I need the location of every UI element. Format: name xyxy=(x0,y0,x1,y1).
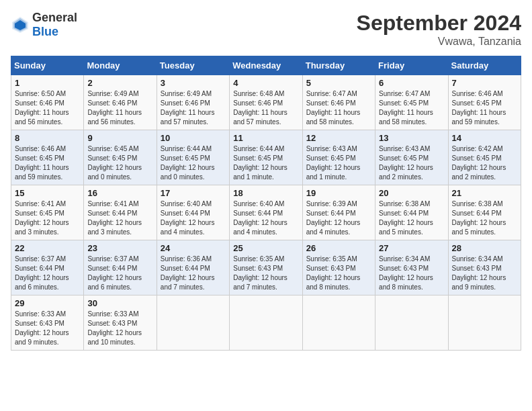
calendar-day-cell: 26Sunrise: 6:35 AMSunset: 6:43 PMDayligh… xyxy=(302,240,375,295)
day-info: Sunrise: 6:43 AMSunset: 6:45 PMDaylight:… xyxy=(379,144,444,182)
day-info: Sunrise: 6:46 AMSunset: 6:45 PMDaylight:… xyxy=(15,144,80,182)
day-number: 24 xyxy=(161,243,226,253)
day-number: 8 xyxy=(15,133,80,143)
day-info: Sunrise: 6:37 AMSunset: 6:44 PMDaylight:… xyxy=(15,255,80,292)
calendar-day-cell: 19Sunrise: 6:39 AMSunset: 6:44 PMDayligh… xyxy=(302,185,375,240)
day-number: 23 xyxy=(87,243,152,253)
header-monday: Monday xyxy=(84,56,157,75)
calendar-day-cell: 17Sunrise: 6:40 AMSunset: 6:44 PMDayligh… xyxy=(157,185,229,240)
day-number: 16 xyxy=(87,188,152,198)
day-number: 14 xyxy=(452,133,517,143)
calendar-day-cell: 20Sunrise: 6:38 AMSunset: 6:44 PMDayligh… xyxy=(375,185,448,240)
calendar-day-cell: 3Sunrise: 6:49 AMSunset: 6:46 PMDaylight… xyxy=(157,75,229,130)
day-info: Sunrise: 6:50 AMSunset: 6:46 PMDaylight:… xyxy=(15,89,80,127)
calendar-day-cell: 13Sunrise: 6:43 AMSunset: 6:45 PMDayligh… xyxy=(375,130,448,185)
day-info: Sunrise: 6:47 AMSunset: 6:45 PMDaylight:… xyxy=(379,89,444,127)
empty-cell xyxy=(302,295,375,351)
calendar-day-cell: 2Sunrise: 6:49 AMSunset: 6:46 PMDaylight… xyxy=(84,75,157,130)
day-info: Sunrise: 6:36 AMSunset: 6:44 PMDaylight:… xyxy=(161,255,226,292)
calendar-day-cell: 22Sunrise: 6:37 AMSunset: 6:44 PMDayligh… xyxy=(11,240,84,295)
day-number: 11 xyxy=(233,133,298,143)
day-info: Sunrise: 6:45 AMSunset: 6:45 PMDaylight:… xyxy=(87,144,152,182)
day-info: Sunrise: 6:34 AMSunset: 6:43 PMDaylight:… xyxy=(452,255,517,292)
logo-icon xyxy=(11,15,30,34)
header-tuesday: Tuesday xyxy=(157,56,229,75)
empty-cell xyxy=(375,295,448,351)
day-number: 19 xyxy=(306,188,371,198)
calendar-day-cell: 9Sunrise: 6:45 AMSunset: 6:45 PMDaylight… xyxy=(84,130,157,185)
calendar-day-cell: 1Sunrise: 6:50 AMSunset: 6:46 PMDaylight… xyxy=(11,75,84,130)
day-info: Sunrise: 6:47 AMSunset: 6:46 PMDaylight:… xyxy=(306,89,371,127)
calendar-day-cell: 14Sunrise: 6:42 AMSunset: 6:45 PMDayligh… xyxy=(448,130,521,185)
day-info: Sunrise: 6:37 AMSunset: 6:44 PMDaylight:… xyxy=(87,255,152,292)
day-number: 1 xyxy=(15,78,80,88)
day-number: 27 xyxy=(379,243,444,253)
day-number: 12 xyxy=(306,133,371,143)
calendar-week-row: 15Sunrise: 6:41 AMSunset: 6:45 PMDayligh… xyxy=(11,185,521,240)
day-info: Sunrise: 6:43 AMSunset: 6:45 PMDaylight:… xyxy=(306,144,371,182)
day-info: Sunrise: 6:33 AMSunset: 6:43 PMDaylight:… xyxy=(87,310,152,347)
day-number: 20 xyxy=(379,188,444,198)
day-number: 13 xyxy=(379,133,444,143)
calendar-day-cell: 30Sunrise: 6:33 AMSunset: 6:43 PMDayligh… xyxy=(84,295,157,351)
calendar-week-row: 29Sunrise: 6:33 AMSunset: 6:43 PMDayligh… xyxy=(11,295,521,351)
logo: General Blue xyxy=(11,11,77,39)
calendar-day-cell: 4Sunrise: 6:48 AMSunset: 6:46 PMDaylight… xyxy=(230,75,302,130)
day-number: 22 xyxy=(15,243,80,253)
calendar-day-cell: 12Sunrise: 6:43 AMSunset: 6:45 PMDayligh… xyxy=(302,130,375,185)
day-number: 25 xyxy=(233,243,298,253)
day-info: Sunrise: 6:49 AMSunset: 6:46 PMDaylight:… xyxy=(161,89,226,127)
calendar-day-cell: 27Sunrise: 6:34 AMSunset: 6:43 PMDayligh… xyxy=(375,240,448,295)
day-info: Sunrise: 6:34 AMSunset: 6:43 PMDaylight:… xyxy=(379,255,444,292)
calendar-day-cell: 28Sunrise: 6:34 AMSunset: 6:43 PMDayligh… xyxy=(448,240,521,295)
day-info: Sunrise: 6:49 AMSunset: 6:46 PMDaylight:… xyxy=(87,89,152,127)
calendar-day-cell: 7Sunrise: 6:46 AMSunset: 6:45 PMDaylight… xyxy=(448,75,521,130)
day-number: 26 xyxy=(306,243,371,253)
day-number: 15 xyxy=(15,188,80,198)
day-number: 4 xyxy=(233,78,298,88)
page-header: General Blue September 2024 Vwawa, Tanza… xyxy=(11,11,521,48)
day-info: Sunrise: 6:42 AMSunset: 6:45 PMDaylight:… xyxy=(452,144,517,182)
empty-cell xyxy=(448,295,521,351)
logo-text: General Blue xyxy=(32,11,77,39)
day-info: Sunrise: 6:40 AMSunset: 6:44 PMDaylight:… xyxy=(233,199,298,237)
empty-cell xyxy=(230,295,302,351)
calendar-day-cell: 29Sunrise: 6:33 AMSunset: 6:43 PMDayligh… xyxy=(11,295,84,351)
day-info: Sunrise: 6:46 AMSunset: 6:45 PMDaylight:… xyxy=(452,89,517,127)
calendar-day-cell: 25Sunrise: 6:35 AMSunset: 6:43 PMDayligh… xyxy=(230,240,302,295)
day-info: Sunrise: 6:44 AMSunset: 6:45 PMDaylight:… xyxy=(161,144,226,182)
day-number: 2 xyxy=(87,78,152,88)
day-number: 9 xyxy=(87,133,152,143)
day-info: Sunrise: 6:35 AMSunset: 6:43 PMDaylight:… xyxy=(306,255,371,292)
header-saturday: Saturday xyxy=(448,56,521,75)
calendar-day-cell: 6Sunrise: 6:47 AMSunset: 6:45 PMDaylight… xyxy=(375,75,448,130)
day-info: Sunrise: 6:48 AMSunset: 6:46 PMDaylight:… xyxy=(233,89,298,127)
month-title: September 2024 xyxy=(357,11,521,36)
calendar-day-cell: 8Sunrise: 6:46 AMSunset: 6:45 PMDaylight… xyxy=(11,130,84,185)
header-thursday: Thursday xyxy=(302,56,375,75)
calendar-day-cell: 16Sunrise: 6:41 AMSunset: 6:44 PMDayligh… xyxy=(84,185,157,240)
day-info: Sunrise: 6:33 AMSunset: 6:43 PMDaylight:… xyxy=(15,310,80,347)
day-number: 10 xyxy=(161,133,226,143)
day-number: 5 xyxy=(306,78,371,88)
logo-blue: Blue xyxy=(32,25,58,38)
day-info: Sunrise: 6:38 AMSunset: 6:44 PMDaylight:… xyxy=(379,199,444,237)
day-number: 18 xyxy=(233,188,298,198)
day-info: Sunrise: 6:44 AMSunset: 6:45 PMDaylight:… xyxy=(233,144,298,182)
calendar-day-cell: 10Sunrise: 6:44 AMSunset: 6:45 PMDayligh… xyxy=(157,130,229,185)
empty-cell xyxy=(157,295,229,351)
calendar-table: Sunday Monday Tuesday Wednesday Thursday… xyxy=(11,56,521,351)
calendar-day-cell: 18Sunrise: 6:40 AMSunset: 6:44 PMDayligh… xyxy=(230,185,302,240)
calendar-day-cell: 24Sunrise: 6:36 AMSunset: 6:44 PMDayligh… xyxy=(157,240,229,295)
day-number: 6 xyxy=(379,78,444,88)
day-info: Sunrise: 6:38 AMSunset: 6:44 PMDaylight:… xyxy=(452,199,517,237)
day-info: Sunrise: 6:35 AMSunset: 6:43 PMDaylight:… xyxy=(233,255,298,292)
calendar-week-row: 8Sunrise: 6:46 AMSunset: 6:45 PMDaylight… xyxy=(11,130,521,185)
header-wednesday: Wednesday xyxy=(230,56,302,75)
title-section: September 2024 Vwawa, Tanzania xyxy=(357,11,521,48)
weekday-header-row: Sunday Monday Tuesday Wednesday Thursday… xyxy=(11,56,521,75)
location-title: Vwawa, Tanzania xyxy=(357,36,521,48)
calendar-week-row: 1Sunrise: 6:50 AMSunset: 6:46 PMDaylight… xyxy=(11,75,521,130)
day-number: 7 xyxy=(452,78,517,88)
calendar-week-row: 22Sunrise: 6:37 AMSunset: 6:44 PMDayligh… xyxy=(11,240,521,295)
